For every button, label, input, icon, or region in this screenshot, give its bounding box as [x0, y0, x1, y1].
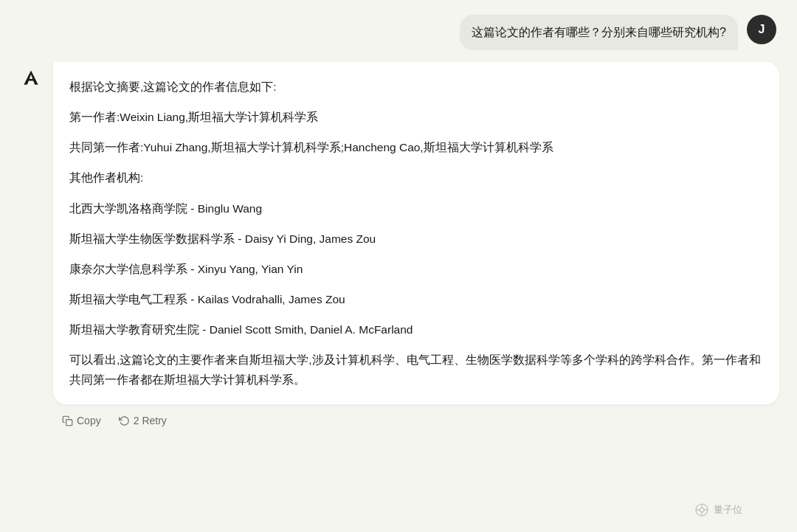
ai-response-p5: 北西大学凯洛格商学院 - Binglu Wang [69, 198, 763, 218]
ai-bubble-wrapper: 根据论文摘要,这篇论文的作者信息如下: 第一作者:Weixin Liang,斯坦… [53, 62, 779, 431]
svg-point-2 [700, 508, 704, 512]
watermark: 量子位 [694, 502, 742, 517]
chat-container: 这篇论文的作者有哪些？分别来自哪些研究机构? J 根据论文摘要,这篇论文的作者信… [18, 15, 779, 517]
ai-logo-icon [18, 65, 44, 91]
retry-count-label: 2 Retry [134, 415, 167, 426]
user-message-text: 这篇论文的作者有哪些？分别来自哪些研究机构? [472, 26, 726, 38]
ai-message-row: 根据论文摘要,这篇论文的作者信息如下: 第一作者:Weixin Liang,斯坦… [18, 62, 779, 491]
avatar: J [747, 15, 776, 44]
ai-response-p9: 斯坦福大学教育研究生院 - Daniel Scott Smith, Daniel… [69, 319, 763, 339]
watermark-area: 量子位 [18, 502, 779, 517]
copy-label: Copy [77, 415, 101, 426]
ai-response-p2: 第一作者:Weixin Liang,斯坦福大学计算机科学系 [69, 107, 763, 127]
copy-button[interactable]: Copy [55, 410, 108, 431]
ai-bubble: 根据论文摘要,这篇论文的作者信息如下: 第一作者:Weixin Liang,斯坦… [53, 62, 779, 404]
ai-response-p7: 康奈尔大学信息科学系 - Xinyu Yang, Yian Yin [69, 259, 763, 279]
action-bar: Copy 2 Retry [53, 410, 779, 431]
watermark-icon [694, 502, 709, 517]
ai-response-p8: 斯坦福大学电气工程系 - Kailas Vodrahalli, James Zo… [69, 289, 763, 309]
copy-icon [62, 415, 73, 426]
ai-response-p10: 可以看出,这篇论文的主要作者来自斯坦福大学,涉及计算机科学、电气工程、生物医学数… [69, 350, 763, 390]
user-message-row: 这篇论文的作者有哪些？分别来自哪些研究机构? J [18, 15, 779, 50]
user-bubble: 这篇论文的作者有哪些？分别来自哪些研究机构? [460, 15, 738, 50]
ai-response-p1: 根据论文摘要,这篇论文的作者信息如下: [69, 77, 763, 97]
retry-icon [119, 415, 130, 426]
retry-button[interactable]: 2 Retry [111, 410, 174, 431]
watermark-text: 量子位 [714, 503, 742, 517]
ai-response-p3: 共同第一作者:Yuhui Zhang,斯坦福大学计算机科学系;Hancheng … [69, 137, 763, 157]
svg-rect-0 [66, 420, 72, 426]
ai-response-p4: 其他作者机构: [69, 167, 763, 187]
ai-response-p6: 斯坦福大学生物医学数据科学系 - Daisy Yi Ding, James Zo… [69, 229, 763, 249]
